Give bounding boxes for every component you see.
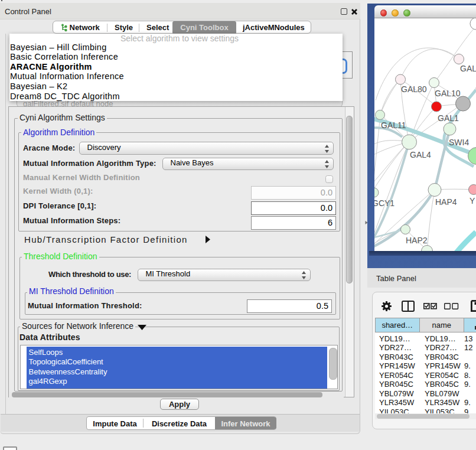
svg-text:GAL11: GAL11 bbox=[381, 120, 406, 130]
svg-text:SWI4: SWI4 bbox=[449, 138, 469, 147]
svg-text:GAL1: GAL1 bbox=[438, 113, 459, 123]
svg-text:HAP2: HAP2 bbox=[406, 236, 428, 245]
svg-text:Y: Y bbox=[470, 196, 475, 206]
svg-text:HAP4: HAP4 bbox=[435, 197, 457, 207]
svg-text:GAL4: GAL4 bbox=[410, 150, 431, 159]
svg-text:GAL2: GAL2 bbox=[460, 64, 476, 73]
svg-text:GAL10: GAL10 bbox=[435, 89, 461, 98]
svg-text:GAL80: GAL80 bbox=[401, 84, 427, 94]
svg-text:GCY1: GCY1 bbox=[374, 198, 395, 208]
